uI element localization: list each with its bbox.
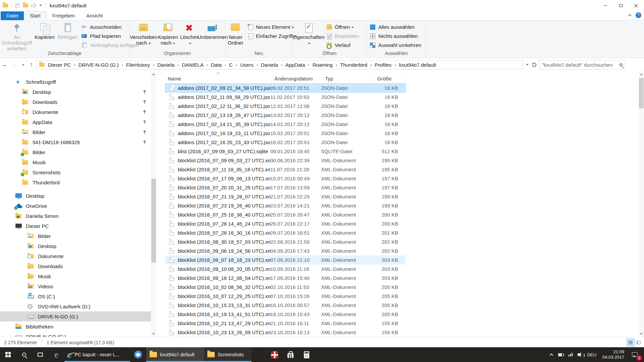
file-row[interactable]: blocklist (2016_10_19 13_41_51 UTC).xml … <box>165 310 406 319</box>
help-icon[interactable] <box>636 12 641 18</box>
file-row[interactable]: blocklist (2016_07_09 09_03_27 UTC).xml … <box>165 156 406 165</box>
close-button[interactable] <box>629 0 644 11</box>
breadcrumb-segment[interactable]: DANIELA <box>181 61 210 68</box>
file-row[interactable]: blocklist (2016_09_18 12_08_54 UTC).xml … <box>165 274 406 283</box>
file-row[interactable]: blocklist (2016_10_02 08_56_32 UTC).xml … <box>165 283 406 292</box>
sidebar-item[interactable]: AppData <box>0 117 151 127</box>
file-row[interactable]: addons (2017_02_11 09_58_29 UTC).json 11… <box>165 93 406 102</box>
sidebar-item[interactable]: DRIVE-N-GO (G:) <box>0 311 151 321</box>
customize-qat-chevron-icon[interactable] <box>39 5 42 7</box>
breadcrumb-segment[interactable]: Data <box>210 61 228 68</box>
sidebar-item[interactable]: Videos <box>0 281 151 291</box>
breadcrumb-segment[interactable]: Dieser PC <box>47 61 78 68</box>
new-folder-button[interactable]: NeuerOrdner <box>226 21 245 50</box>
breadcrumb-segment[interactable]: AppData <box>285 61 312 68</box>
undo-icon[interactable] <box>31 3 37 8</box>
delete-button[interactable]: Löschen <box>179 21 200 50</box>
file-row[interactable]: addons (2017_02_14 21_35_39 UTC).json 14… <box>165 120 406 129</box>
sidebar-item[interactable]: Dieser PC <box>0 221 151 231</box>
invert-selection-button[interactable]: Auswahl umkehren <box>368 41 423 50</box>
sidebar-item[interactable]: Downloads <box>0 97 151 107</box>
column-header-size[interactable]: Größe <box>373 73 406 83</box>
file-row[interactable]: blocklist (2016_09_07 18_18_23 UTC).xml … <box>165 255 406 264</box>
network-status[interactable] <box>566 347 575 362</box>
explorer-window-button-kxut94o7[interactable]: kxut94o7.default <box>146 347 204 362</box>
refresh-icon[interactable] <box>531 62 537 68</box>
file-row[interactable]: addons (2017_02_12 11_36_32 UTC).json 12… <box>165 102 406 111</box>
sidebar-item[interactable]: Downloads <box>0 261 151 271</box>
address-box[interactable]: Dieser PC DRIVE-N-GO (G:) FileHistory Da… <box>36 60 523 69</box>
tab-datei[interactable]: Datei <box>1 11 24 20</box>
scrollbar-thumb[interactable] <box>639 78 644 108</box>
sidebar-item[interactable]: Thunderbird <box>0 177 151 187</box>
file-row[interactable]: blocklist (2016_09_06 19_24_56 UTC).xml … <box>165 246 406 255</box>
scroll-up-icon[interactable] <box>152 74 155 75</box>
breadcrumb-segment[interactable]: Roaming <box>312 61 339 68</box>
select-all-button[interactable]: Alles auswählen <box>368 22 423 32</box>
sidebar-item[interactable]: Dokumente <box>0 107 151 117</box>
breadcrumb-segment[interactable]: Daniela <box>157 61 181 68</box>
breadcrumb-segment[interactable]: FileHistory <box>125 61 157 68</box>
breadcrumb-segment[interactable]: Daniela <box>260 61 285 68</box>
breadcrumb-segment[interactable]: Users <box>239 61 260 68</box>
task-view-button[interactable] <box>32 347 48 362</box>
clock[interactable]: 21:09 04.03.2017 <box>599 349 627 360</box>
minimize-button[interactable] <box>598 0 613 11</box>
breadcrumb-segment[interactable]: kxut94o7.default <box>398 61 437 68</box>
action-center-button[interactable]: 2 <box>627 347 642 362</box>
new-item-button[interactable]: Neues Element <box>245 22 299 32</box>
tab-freigeben[interactable]: Freigeben <box>47 11 81 20</box>
gift-app-button[interactable] <box>266 347 282 362</box>
file-row[interactable]: blocklist (2016_07_28 14_45_24 UTC).xml … <box>165 219 406 228</box>
column-header-type[interactable]: Typ <box>324 73 373 83</box>
taskbar-search-button[interactable] <box>16 347 32 362</box>
tab-ansicht[interactable]: Ansicht <box>80 11 108 20</box>
back-button[interactable]: ← <box>0 61 10 68</box>
rename-button[interactable]: Umbenennen <box>200 21 225 50</box>
open-button[interactable]: Öffnen <box>324 22 361 32</box>
sidebar-scrollbar[interactable] <box>151 71 156 337</box>
maximize-button[interactable] <box>613 0 629 11</box>
sidebar-item[interactable]: Musik <box>0 157 151 167</box>
explorer-window-button-screenshots[interactable]: Screenshots <box>204 347 252 362</box>
sidebar-item[interactable]: Bilder <box>0 127 151 137</box>
volume-status[interactable] <box>575 347 584 362</box>
file-row[interactable]: blocklist (2016_08_30 18_57_03 UTC).xml … <box>165 237 406 246</box>
list-scrollbar[interactable] <box>639 71 644 337</box>
search-input[interactable]: "kxut94o7.default" durchsuchen <box>539 60 626 69</box>
file-row[interactable]: blocklist (2016_09_10 08_20_05 UTC).xml … <box>165 264 406 274</box>
collapse-ribbon-icon[interactable] <box>628 14 632 17</box>
sidebar-item[interactable]: DRIVE-N-GO (G:) <box>0 331 151 337</box>
file-row[interactable]: blocklist (2016_07_11 18_35_18 UTC).xml … <box>165 165 406 174</box>
battery-status[interactable] <box>556 347 566 362</box>
file-row[interactable]: blocklist (2016_07_28 16_30_16 UTC).xml … <box>165 228 406 237</box>
tray-expand-button[interactable] <box>548 347 556 362</box>
properties-qat-icon[interactable] <box>15 3 19 8</box>
recent-locations-chevron[interactable] <box>20 61 26 68</box>
thumbnails-view-button[interactable] <box>635 339 643 347</box>
sidebar-item[interactable]: OneDrive <box>0 201 151 211</box>
file-row[interactable]: blocklist (2016_10_07 12_29_25 UTC).xml … <box>165 292 406 301</box>
ie-window-button[interactable]: e PC kaputt - neuer L... <box>64 347 130 362</box>
column-header-name[interactable]: Name <box>165 73 273 83</box>
file-row[interactable]: blocklist (2016_07_25 18_36_40 UTC).xml … <box>165 210 406 219</box>
tab-start[interactable]: Start <box>24 11 47 20</box>
copy-to-button[interactable]: Kopieren nach <box>157 21 179 50</box>
file-row[interactable]: blocklist (2016_07_21 19_28_07 UTC).xml … <box>165 192 406 201</box>
sidebar-item[interactable]: Schnellzugriff <box>0 77 151 87</box>
file-row[interactable]: blocklist (2016_10_23 13_26_09 UTC).xml … <box>165 328 406 337</box>
file-row[interactable]: addons (2017_02_16 19_23_11 UTC).json 15… <box>165 129 406 138</box>
sidebar-item[interactable]: Bibliotheken <box>0 321 151 331</box>
sidebar-item[interactable]: Desktop <box>0 87 151 97</box>
copy-button[interactable]: Kopieren <box>33 21 56 50</box>
scroll-down-icon[interactable] <box>640 333 643 335</box>
column-header-date[interactable]: Änderungsdatum <box>273 73 324 83</box>
start-button[interactable] <box>0 347 16 362</box>
new-folder-qat-icon[interactable] <box>23 3 28 7</box>
forward-button[interactable]: → <box>10 61 20 68</box>
calculator-button[interactable] <box>299 347 315 362</box>
easy-access-button[interactable]: Einfacher Zugriff <box>245 32 299 41</box>
edit-button[interactable]: Bearbeiten <box>324 32 361 41</box>
breadcrumb-segment[interactable]: Profiles <box>374 61 398 68</box>
details-view-button[interactable] <box>627 339 635 347</box>
